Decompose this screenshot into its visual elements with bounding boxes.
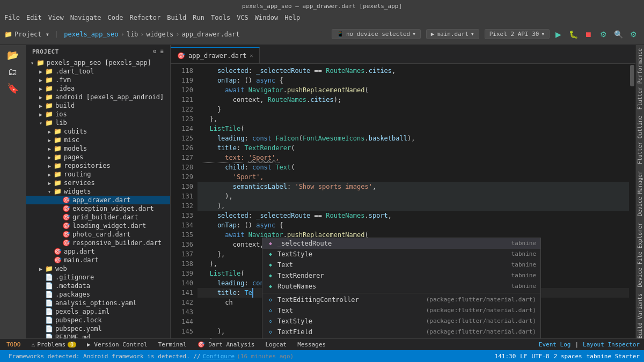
menu-file[interactable]: File <box>4 14 20 21</box>
ac-item-0[interactable]: ◆ _selectedRoute tabnine <box>262 238 540 249</box>
tree-item-android[interactable]: ▶ 📁 android [pexels_app_android] <box>26 93 170 101</box>
tree-item-iml[interactable]: 📄 pexels_app.iml <box>26 307 170 316</box>
tree-item-exception-widget[interactable]: 🎯 exception_widget.dart <box>26 204 170 213</box>
bottom-tab-todo[interactable]: TODO <box>4 339 23 351</box>
tree-item-fvm[interactable]: ▶ 📁 .fvm <box>26 76 170 84</box>
ac-icon-7: ◇ <box>267 317 274 325</box>
configure-link[interactable]: Configure <box>203 353 235 360</box>
ac-label-3: TextRenderer <box>277 271 508 280</box>
tree-item-idea[interactable]: ▶ 📁 .idea <box>26 84 170 93</box>
run-button[interactable]: ▶ <box>552 28 565 41</box>
menu-build[interactable]: Build <box>167 14 186 21</box>
tree-item-ios[interactable]: ▶ 📁 ios <box>26 110 170 119</box>
tree-item-dart-tool[interactable]: ▶ 📁 .dart_tool <box>26 67 170 76</box>
scrollbar-thumb[interactable] <box>630 65 634 86</box>
tree-item-misc[interactable]: ▶ 📁 misc <box>26 136 170 144</box>
tree-item-analysis-options[interactable]: 📄 analysis_options.yaml <box>26 299 170 307</box>
menu-refactor[interactable]: Refactor <box>129 14 160 21</box>
tree-item-lib[interactable]: ▾ 📁 lib <box>26 119 170 127</box>
tree-item-grid-builder[interactable]: 🎯 grid_builder.dart <box>26 213 170 221</box>
tab-close-icon[interactable]: ✕ <box>250 53 253 58</box>
bottom-tab-terminal[interactable]: Terminal <box>156 339 189 351</box>
tree-item-main-dart[interactable]: 🎯 main.dart <box>26 256 170 264</box>
code-content[interactable]: selected: _selectedRoute == RouteNames.c… <box>197 64 629 338</box>
breadcrumb-lib[interactable]: lib <box>127 31 138 38</box>
ac-item-5[interactable]: ◇ TextEditingController (package:flutter… <box>262 294 540 305</box>
tree-item-routing[interactable]: ▶ 📁 routing <box>26 170 170 179</box>
breadcrumb-widgets[interactable]: widgets <box>147 31 174 38</box>
device-selector[interactable]: 📱 no device selected ▾ <box>332 29 421 39</box>
tree-item-build[interactable]: ▶ 📁 build <box>26 101 170 110</box>
ac-item-4[interactable]: ◆ RouteNames tabnine <box>262 281 540 292</box>
tree-item-pages[interactable]: ▶ 📁 pages <box>26 153 170 161</box>
tree-item-root[interactable]: ▾ 📁 pexels_app_seo [pexels_app] <box>26 58 170 67</box>
tree-item-responsive-builder[interactable]: 🎯 responsive_builder.dart <box>26 239 170 247</box>
bottom-tab-messages[interactable]: Messages <box>295 339 328 351</box>
ac-icon-6: ◇ <box>267 307 274 314</box>
ac-item-6[interactable]: ◇ Text (package:flutter/material.dart) <box>262 305 540 316</box>
ac-item-2[interactable]: ◆ Text tabnine <box>262 260 540 270</box>
search-button[interactable]: 🔍 <box>612 28 625 41</box>
tree-item-web[interactable]: ▶ 📁 web <box>26 264 170 273</box>
ac-item-8[interactable]: ◇ TextField (package:flutter/material.da… <box>262 327 540 337</box>
project-view-icon[interactable]: 📂 <box>5 47 21 63</box>
event-log[interactable]: Event Log <box>539 341 571 348</box>
right-panel-build-variants[interactable]: Build Variants <box>636 290 644 342</box>
tree-item-models[interactable]: ▶ 📁 models <box>26 144 170 153</box>
menu-view[interactable]: View <box>48 14 64 21</box>
encoding-indicator: UTF-8 <box>532 353 550 360</box>
ac-item-1[interactable]: ◆ TextStyle tabnine <box>262 249 540 260</box>
tree-item-metadata[interactable]: 📄 .metadata <box>26 282 170 290</box>
tree-item-photo-card[interactable]: 🎯 photo_card.dart <box>26 230 170 239</box>
menu-run[interactable]: Run <box>193 14 204 21</box>
menu-navigate[interactable]: Navigate <box>70 14 101 21</box>
debug-button[interactable]: 🐛 <box>567 28 580 41</box>
file-tree-controls[interactable]: ⚙ ≡ <box>153 48 164 54</box>
menu-vcs[interactable]: VCS <box>237 14 248 21</box>
settings-button[interactable]: ⚙ <box>597 28 610 41</box>
bottom-tab-logcat[interactable]: Logcat <box>263 339 289 351</box>
right-panel-flutter-performance[interactable]: Flutter Performance <box>636 45 644 113</box>
right-panel-device-file-explorer[interactable]: Device File Explorer <box>636 219 644 290</box>
tree-item-pubspec-lock[interactable]: 📄 pubspec.lock <box>26 316 170 324</box>
tree-item-services[interactable]: ▶ 📁 services <box>26 179 170 187</box>
main-dart-selector[interactable]: ▶ main.dart ▾ <box>426 29 479 39</box>
menu-tools[interactable]: Tools <box>211 14 230 21</box>
tree-item-repositories[interactable]: ▶ 📁 repositories <box>26 161 170 170</box>
tree-item-app-dart[interactable]: 🎯 app.dart <box>26 247 170 256</box>
tree-item-widgets[interactable]: ▾ 📁 widgets <box>26 187 170 196</box>
menu-help[interactable]: Help <box>284 14 300 21</box>
tree-item-cubits[interactable]: ▶ 📁 cubits <box>26 127 170 136</box>
tree-item-readme[interactable]: 📄 README.md <box>26 333 170 338</box>
tree-item-app-drawer[interactable]: 🎯 app_drawer.dart <box>26 196 170 204</box>
breadcrumb-project[interactable]: pexels_app_seo <box>64 31 118 38</box>
ac-item-3[interactable]: ◆ TextRenderer tabnine <box>262 270 540 281</box>
tree-item-gitignore[interactable]: 📄 .gitignore <box>26 273 170 282</box>
ac-item-7[interactable]: ◇ TextStyle (package:flutter/material.da… <box>262 316 540 327</box>
right-panel-device-manager[interactable]: Device Manager <box>636 168 644 219</box>
bottom-tab-problems[interactable]: ⚠ Problems 0 <box>30 339 79 351</box>
menu-edit[interactable]: Edit <box>26 14 42 21</box>
ac-item-9[interactable]: ◇ TextAlignVertical (package:flutter/mat… <box>262 337 540 338</box>
structure-icon[interactable]: 🗂 <box>6 64 20 79</box>
code-line-134: onTap: () async { <box>197 220 629 230</box>
bottom-tab-version-control[interactable]: ▶ Version Control <box>85 339 150 351</box>
menu-code[interactable]: Code <box>108 14 123 21</box>
settings2-button[interactable]: ⚙ <box>627 28 640 41</box>
autocomplete-dropdown[interactable]: ◆ _selectedRoute tabnine ◆ TextStyle tab… <box>262 238 541 338</box>
bookmark-icon[interactable]: 🔖 <box>5 80 21 96</box>
api-selector[interactable]: Pixel 2 API 30 ▾ <box>485 29 550 39</box>
project-selector[interactable]: 📁 Project ▾ <box>4 31 49 38</box>
menu-window[interactable]: Window <box>255 14 278 21</box>
tab-app-drawer[interactable]: 🎯 app_drawer.dart ✕ <box>171 47 260 63</box>
tree-item-pubspec-yaml[interactable]: 📄 pubspec.yaml <box>26 324 170 333</box>
tree-item-loading-widget[interactable]: 🎯 loading_widget.dart <box>26 221 170 230</box>
code-line-119: onTap: () async { <box>197 76 629 85</box>
stop-button[interactable]: ⏹ <box>582 28 595 41</box>
right-panel-flutter-outline[interactable]: Flutter Outline <box>636 113 644 167</box>
layout-inspector[interactable]: Layout Inspector <box>583 341 640 348</box>
breadcrumb-file[interactable]: app_drawer.dart <box>181 31 239 38</box>
tree-item-packages[interactable]: 📄 .packages <box>26 290 170 299</box>
right-panels: Flutter Performance Flutter Outline Devi… <box>635 45 644 338</box>
bottom-tab-dart-analysis[interactable]: 🎯 Dart Analysis <box>195 339 257 351</box>
